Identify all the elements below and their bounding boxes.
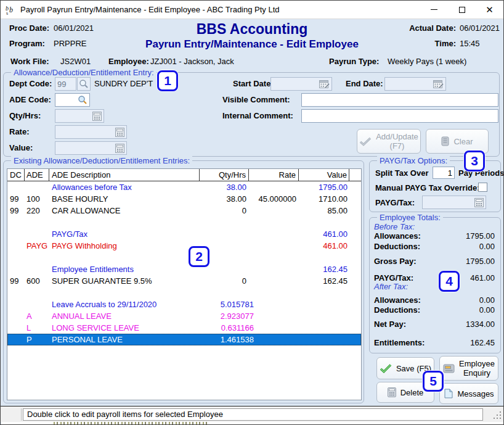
cell-extra <box>349 322 361 334</box>
column-header-dc[interactable]: DC <box>7 169 25 181</box>
visible-comment-field[interactable] <box>301 93 498 107</box>
split-tax-input[interactable]: 1 <box>433 167 455 179</box>
cell-rate <box>249 263 299 275</box>
column-header-qty[interactable]: Qty/Hrs <box>200 169 249 181</box>
cell-ade: L <box>25 322 49 334</box>
table-row[interactable]: PPERSONAL LEAVE1.461538 <box>7 334 361 345</box>
dept-code-value: 99 <box>57 80 66 89</box>
rate-label: Rate: <box>9 127 30 136</box>
table-row[interactable]: Employee Entitlements162.45 <box>7 263 361 275</box>
cell-value <box>299 287 349 299</box>
annotation-4-number: 4 <box>445 274 453 289</box>
deductions-before-label: Deductions: <box>374 242 420 251</box>
cell-ade <box>25 181 49 193</box>
dept-code-field[interactable]: 99 <box>55 77 76 91</box>
rate-field[interactable] <box>55 125 127 139</box>
end-date-field[interactable] <box>384 77 446 91</box>
manual-override-checkbox[interactable] <box>478 183 487 192</box>
cell-desc: CAR ALLOWANCE <box>49 205 200 217</box>
cell-dc <box>7 334 25 345</box>
delete-label: Delete <box>400 388 424 397</box>
annotation-1: 1 <box>157 70 178 91</box>
cell-extra <box>349 240 361 252</box>
entitlements-label: Entitlements: <box>374 338 425 347</box>
cell-value: 1795.00 <box>299 181 349 193</box>
cell-rate <box>249 310 299 322</box>
bbs-app-icon: b b s <box>5 4 16 15</box>
internal-comment-field[interactable] <box>301 109 498 123</box>
dept-code-lookup-button[interactable] <box>77 77 91 91</box>
annotation-2-number: 2 <box>195 249 203 264</box>
cell-dc <box>7 299 25 310</box>
table-row[interactable]: LLONG SERVICE LEAVE0.631166 <box>7 322 361 334</box>
table-row-blank <box>7 252 361 263</box>
entries-table[interactable]: DCADEADE DescriptionQty/HrsRateValue All… <box>7 168 362 400</box>
table-row[interactable]: PAYGPAYG Withholding461.00 <box>7 240 361 252</box>
minimize-button[interactable] <box>420 1 448 19</box>
cell-desc: SUPER GUARANTEE 9.5% <box>49 275 200 287</box>
after-tax-section-label: After Tax: <box>374 282 408 291</box>
cell-value <box>299 217 349 228</box>
minimize-icon <box>431 9 437 10</box>
allowances-after-value: 0.00 <box>479 295 495 305</box>
close-icon: ✕ <box>486 5 494 14</box>
column-header-value[interactable]: Value <box>299 169 349 181</box>
allowances-before-label: Allowances: <box>374 231 421 241</box>
start-date-field[interactable] <box>270 77 332 91</box>
work-file-value: JS2W01 <box>60 57 91 66</box>
cell-desc: PERSONAL LEAVE <box>49 334 200 345</box>
split-tax-label: Split Tax Over <box>375 168 428 178</box>
maximize-button[interactable] <box>448 1 476 19</box>
cell-value: 85.00 <box>299 205 349 217</box>
resize-grip[interactable] <box>493 411 502 419</box>
column-header-rate[interactable]: Rate <box>249 169 299 181</box>
table-row[interactable]: AANNUAL LEAVE2.923077 <box>7 310 361 322</box>
qty-field[interactable] <box>55 109 104 123</box>
column-header-desc[interactable]: ADE Description <box>49 169 200 181</box>
ade-code-field[interactable] <box>55 93 90 107</box>
payg-tax-field[interactable] <box>422 196 486 209</box>
clear-button[interactable]: Clear <box>426 129 489 154</box>
cell-desc: Allowances before Tax <box>49 181 200 193</box>
close-button[interactable]: ✕ <box>476 1 503 19</box>
table-row[interactable]: 99600SUPER GUARANTEE 9.5%0162.45 <box>7 275 361 287</box>
entry-group-label: Allowance/Deduction/Entitlement Entry: <box>11 68 156 77</box>
cell-desc <box>49 287 200 299</box>
table-row-blank <box>7 217 361 228</box>
add-update-label: Add/Update (F7) <box>376 132 418 151</box>
cell-desc: ANNUAL LEAVE <box>49 310 200 322</box>
annotation-5: 5 <box>423 371 444 392</box>
annotation-2: 2 <box>189 246 209 267</box>
table-row[interactable]: PAYG/Tax461.00 <box>7 228 361 240</box>
cell-dc <box>7 322 25 334</box>
table-row[interactable]: 99220CAR ALLOWANCE085.00 <box>7 205 361 217</box>
cell-dc: 99 <box>7 275 25 287</box>
employee-enquiry-button[interactable]: Employee Enquiry <box>439 356 498 381</box>
time-label: Time: <box>409 39 456 48</box>
cell-ade: 600 <box>25 275 49 287</box>
manual-override-label: Manual PAYG Tax Override: <box>375 183 480 192</box>
annotation-1-number: 1 <box>164 73 171 88</box>
employee-enquiry-label: Employee Enquiry <box>459 359 495 378</box>
table-row[interactable]: Leave Accruals to 29/11/20205.015781 <box>7 299 361 310</box>
cell-qty <box>200 228 249 240</box>
messages-button[interactable]: Messages <box>439 383 498 404</box>
payg-total-label: PAYG/Tax: <box>374 273 413 283</box>
add-update-button[interactable]: Add/Update (F7) <box>357 129 421 154</box>
payrun-type-label: Payrun Type: <box>329 57 379 66</box>
cell-extra <box>349 205 361 217</box>
employee-value: JZJ001 - Jackson, Jack <box>150 57 234 66</box>
value-field[interactable] <box>55 141 127 155</box>
cell-extra <box>349 193 361 205</box>
cell-desc: Employee Entitlements <box>49 263 200 275</box>
column-header-ade[interactable]: ADE <box>25 169 49 181</box>
cell-value <box>299 334 349 345</box>
dept-code-label: Dept Code: <box>9 79 52 88</box>
messages-label: Messages <box>457 389 494 398</box>
cell-dc: 99 <box>7 205 25 217</box>
table-row[interactable]: Allowances before Tax38.001795.00 <box>7 181 361 193</box>
cell-extra <box>349 299 361 310</box>
cell-rate <box>249 299 299 310</box>
calculator-icon <box>388 387 396 397</box>
table-row[interactable]: 99100BASE HOURLY38.0045.0000001710.00 <box>7 193 361 205</box>
